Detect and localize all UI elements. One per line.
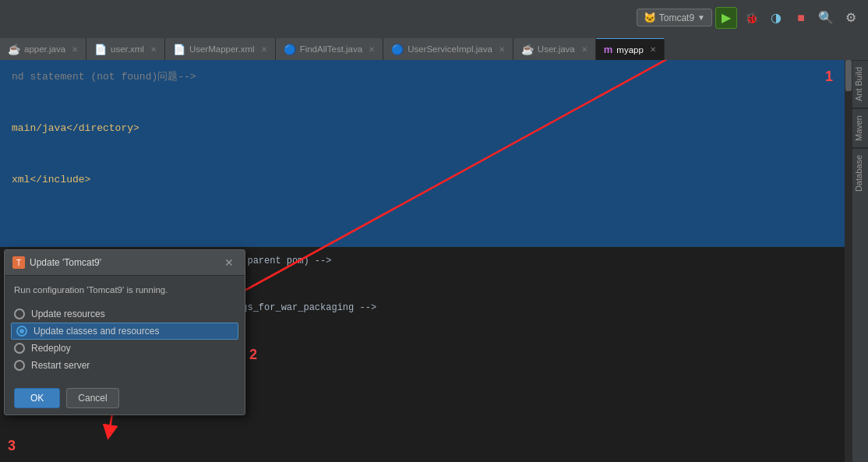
tab-usermapper-xml[interactable]: 📄 UserMapper.xml ✕ xyxy=(165,38,276,60)
tab-close[interactable]: ✕ xyxy=(499,45,505,54)
radio-restart-server[interactable]: Restart server xyxy=(14,357,235,374)
dialog-title-left: T Update 'Tomcat9' xyxy=(12,256,101,269)
database-tab[interactable]: Database xyxy=(852,148,868,198)
update-dialog: T Update 'Tomcat9' ✕ Run configuration '… xyxy=(4,249,245,415)
radio-label: Update resources xyxy=(31,309,105,319)
tab-label: User.java xyxy=(538,44,575,54)
search-button[interactable]: 🔍 xyxy=(815,7,837,29)
test-icon: 🔵 xyxy=(284,44,296,55)
tab-myapp[interactable]: m myapp ✕ xyxy=(596,38,665,60)
test-icon: 🔵 xyxy=(391,44,404,55)
java-icon: ☕ xyxy=(521,44,534,55)
tab-label: apper.java xyxy=(24,44,65,54)
xml-icon: 📄 xyxy=(173,44,185,55)
radio-circle xyxy=(14,360,25,371)
scrollbar[interactable] xyxy=(845,60,852,462)
toolbar-right: 🐱 Tomcat9 ▼ ▶ 🐞 ◑ ■ 🔍 ⚙ xyxy=(637,7,862,29)
dialog-subtitle: Run configuration 'Tomcat9' is running. xyxy=(14,284,235,296)
debug-button[interactable]: 🐞 xyxy=(740,7,762,29)
editor-line-2 xyxy=(12,85,841,102)
myapp-icon: m xyxy=(604,44,613,55)
radio-circle xyxy=(14,309,25,319)
run-icon: ▶ xyxy=(722,10,731,25)
tomcat-label: Tomcat9 xyxy=(659,12,694,23)
editor-line-5 xyxy=(12,136,841,153)
coverage-icon: ◑ xyxy=(771,10,782,25)
radio-dot xyxy=(19,329,24,333)
step-label-2: 2 xyxy=(249,347,257,363)
gear-icon: ⚙ xyxy=(845,10,856,25)
xml-icon: 📄 xyxy=(94,44,107,55)
ant-build-tab[interactable]: Ant Build xyxy=(852,60,868,108)
dialog-body: Run configuration 'Tomcat9' is running. … xyxy=(5,276,245,382)
editor-line-6 xyxy=(12,153,841,171)
more-button[interactable]: ⚙ xyxy=(840,7,862,29)
right-panel: Ant Build Maven Database xyxy=(852,60,868,462)
editor-line-4: main/java</directory> xyxy=(12,119,841,136)
dialog-titlebar: T Update 'Tomcat9' ✕ xyxy=(5,250,245,276)
radio-label: Redeploy xyxy=(31,343,71,354)
dialog-title-icon: T xyxy=(12,256,25,269)
cancel-button[interactable]: Cancel xyxy=(66,388,118,408)
tab-userserviceimpl-java[interactable]: 🔵 UserServiceImpl.java ✕ xyxy=(383,38,513,60)
ok-button[interactable]: OK xyxy=(14,388,60,408)
tab-close[interactable]: ✕ xyxy=(261,45,267,54)
tab-label: myapp xyxy=(616,45,644,55)
tabs-bar: ☕ apper.java ✕ 📄 user.xml ✕ 📄 UserMapper… xyxy=(0,35,868,60)
tab-close[interactable]: ✕ xyxy=(72,45,78,54)
step-label-1: 1 xyxy=(825,69,833,85)
editor-line-7: xml</include> xyxy=(12,171,841,188)
top-toolbar: 🐱 Tomcat9 ▼ ▶ 🐞 ◑ ■ 🔍 ⚙ xyxy=(0,0,868,35)
code-text: main/java</directory> xyxy=(12,122,139,134)
radio-label: Restart server xyxy=(31,360,90,371)
stop-icon: ■ xyxy=(797,11,805,25)
tab-user-xml[interactable]: 📄 user.xml ✕ xyxy=(86,38,165,60)
code-text: nd statement (not found)问题--> xyxy=(12,69,196,83)
tab-close[interactable]: ✕ xyxy=(581,45,587,54)
tab-close[interactable]: ✕ xyxy=(150,45,157,54)
java-icon: ☕ xyxy=(8,44,20,55)
tab-close[interactable]: ✕ xyxy=(650,45,656,54)
tomcat-dropdown-icon: ▼ xyxy=(697,13,705,22)
tomcat-selector[interactable]: 🐱 Tomcat9 ▼ xyxy=(637,9,712,26)
radio-label: Update classes and resources xyxy=(34,326,159,337)
dialog-footer: OK Cancel xyxy=(5,382,245,414)
stop-button[interactable]: ■ xyxy=(790,7,812,29)
scrollbar-thumb[interactable] xyxy=(845,60,852,91)
debug-icon: 🐞 xyxy=(745,12,758,24)
tab-mapper-java[interactable]: ☕ apper.java ✕ xyxy=(0,38,86,60)
radio-circle-filled xyxy=(16,326,27,337)
tab-label: user.xml xyxy=(111,44,144,54)
dialog-close-button[interactable]: ✕ xyxy=(221,255,237,270)
tab-user-java[interactable]: ☕ User.java ✕ xyxy=(513,38,596,60)
code-text: xml</include> xyxy=(12,174,90,185)
tab-close[interactable]: ✕ xyxy=(369,45,375,54)
radio-update-classes-resources[interactable]: Update classes and resources xyxy=(11,323,238,340)
tab-findalltest-java[interactable]: 🔵 FindAllTest.java ✕ xyxy=(276,38,384,60)
tab-label: UserServiceImpl.java xyxy=(408,44,492,54)
editor-line-3 xyxy=(12,102,841,119)
tomcat-icon: 🐱 xyxy=(644,12,656,23)
radio-update-resources[interactable]: Update resources xyxy=(14,305,235,323)
search-icon: 🔍 xyxy=(818,10,834,25)
radio-circle xyxy=(14,343,25,354)
radio-redeploy[interactable]: Redeploy xyxy=(14,340,235,357)
step-label-3: 3 xyxy=(8,438,16,454)
tab-label: FindAllTest.java xyxy=(300,44,363,54)
editor-line-1: nd statement (not found)问题--> xyxy=(12,68,841,85)
maven-tab[interactable]: Maven xyxy=(852,108,868,147)
run-button[interactable]: ▶ xyxy=(715,7,737,29)
dialog-title-text: Update 'Tomcat9' xyxy=(30,257,101,268)
tab-label: UserMapper.xml xyxy=(189,44,255,54)
coverage-button[interactable]: ◑ xyxy=(765,7,787,29)
